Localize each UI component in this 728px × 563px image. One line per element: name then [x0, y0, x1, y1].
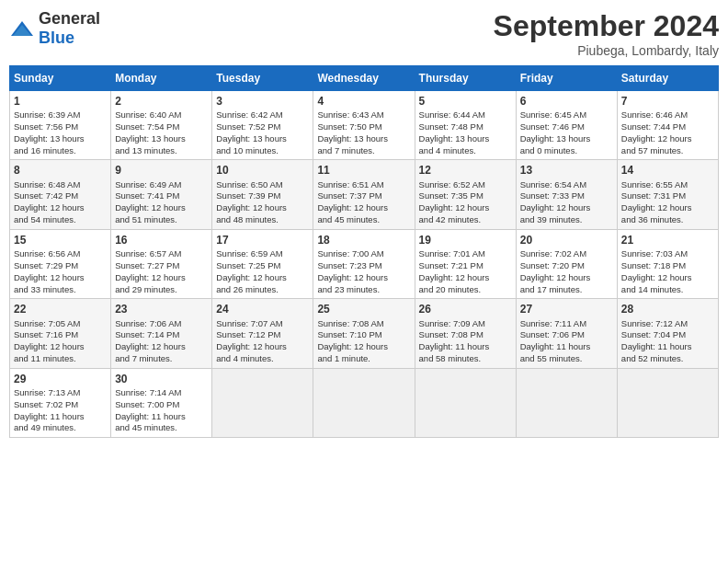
day-number: 8 — [14, 163, 107, 178]
col-header-friday: Friday — [516, 66, 617, 91]
calendar-cell — [617, 368, 718, 437]
day-number: 1 — [14, 94, 107, 109]
day-info: and 20 minutes. — [419, 284, 512, 296]
day-info: Daylight: 13 hours — [216, 133, 309, 145]
day-number: 5 — [419, 94, 512, 109]
day-number: 22 — [14, 302, 107, 316]
calendar-cell: 4Sunrise: 6:43 AMSunset: 7:50 PMDaylight… — [313, 91, 415, 160]
day-info: and 49 minutes. — [14, 422, 107, 434]
day-info: Sunset: 7:44 PM — [621, 121, 714, 133]
day-info: Sunset: 7:21 PM — [419, 260, 512, 272]
day-number: 17 — [216, 233, 309, 247]
calendar-cell: 1Sunrise: 6:39 AMSunset: 7:56 PMDaylight… — [10, 91, 111, 160]
day-info: Daylight: 12 hours — [520, 202, 613, 214]
day-info: Sunrise: 7:09 AM — [419, 318, 512, 330]
day-info: Sunset: 7:48 PM — [419, 121, 512, 133]
day-number: 26 — [419, 302, 512, 316]
day-info: Sunrise: 6:42 AM — [216, 109, 309, 121]
day-info: Sunset: 7:33 PM — [520, 190, 613, 202]
day-info: and 0 minutes. — [520, 145, 613, 157]
calendar-cell: 15Sunrise: 6:56 AMSunset: 7:29 PMDayligh… — [10, 229, 111, 298]
day-info: Sunset: 7:50 PM — [317, 121, 410, 133]
calendar-cell: 7Sunrise: 6:46 AMSunset: 7:44 PMDaylight… — [617, 91, 718, 160]
calendar-header-row: SundayMondayTuesdayWednesdayThursdayFrid… — [10, 66, 719, 91]
day-info: Sunset: 7:25 PM — [216, 260, 309, 272]
day-info: Sunset: 7:37 PM — [317, 190, 410, 202]
day-info: Daylight: 11 hours — [621, 341, 714, 353]
day-info: Sunrise: 7:03 AM — [621, 248, 714, 260]
day-info: and 4 minutes. — [216, 353, 309, 365]
day-info: Sunset: 7:04 PM — [621, 329, 714, 341]
day-info: Sunset: 7:00 PM — [115, 399, 208, 411]
day-info: Sunrise: 6:48 AM — [14, 179, 107, 191]
day-info: Sunrise: 6:57 AM — [115, 248, 208, 260]
calendar-cell: 28Sunrise: 7:12 AMSunset: 7:04 PMDayligh… — [617, 299, 718, 368]
day-info: Sunrise: 6:39 AM — [14, 109, 107, 121]
day-number: 27 — [520, 302, 613, 316]
day-info: Sunset: 7:29 PM — [14, 260, 107, 272]
day-info: Sunrise: 7:13 AM — [14, 387, 107, 399]
day-info: and 51 minutes. — [115, 214, 208, 226]
day-number: 14 — [621, 163, 714, 178]
calendar-table: SundayMondayTuesdayWednesdayThursdayFrid… — [9, 65, 719, 438]
calendar-cell: 20Sunrise: 7:02 AMSunset: 7:20 PMDayligh… — [516, 229, 617, 298]
day-number: 23 — [115, 302, 208, 316]
day-info: Daylight: 13 hours — [115, 133, 208, 145]
calendar-cell — [516, 368, 617, 437]
day-info: Sunset: 7:20 PM — [520, 260, 613, 272]
day-info: and 23 minutes. — [317, 284, 410, 296]
day-number: 3 — [216, 94, 309, 109]
day-info: Sunset: 7:42 PM — [14, 190, 107, 202]
calendar-cell: 2Sunrise: 6:40 AMSunset: 7:54 PMDaylight… — [111, 91, 212, 160]
day-info: Sunset: 7:16 PM — [14, 329, 107, 341]
day-info: Daylight: 12 hours — [14, 202, 107, 214]
header: General Blue September 2024 Piubega, Lom… — [9, 9, 719, 58]
day-info: Sunset: 7:35 PM — [419, 190, 512, 202]
day-info: Sunrise: 7:11 AM — [520, 318, 613, 330]
day-info: Daylight: 12 hours — [317, 272, 410, 284]
day-number: 7 — [621, 94, 714, 109]
calendar-cell: 22Sunrise: 7:05 AMSunset: 7:16 PMDayligh… — [10, 299, 111, 368]
day-info: Daylight: 12 hours — [115, 272, 208, 284]
day-info: Daylight: 11 hours — [419, 341, 512, 353]
day-info: Sunrise: 7:05 AM — [14, 318, 107, 330]
day-number: 30 — [115, 372, 208, 386]
day-number: 9 — [115, 163, 208, 178]
day-info: Daylight: 13 hours — [317, 133, 410, 145]
day-info: Daylight: 12 hours — [621, 202, 714, 214]
col-header-tuesday: Tuesday — [212, 66, 313, 91]
month-title: September 2024 — [494, 9, 719, 43]
logo: General Blue — [9, 9, 100, 48]
day-info: Daylight: 12 hours — [317, 202, 410, 214]
day-info: and 33 minutes. — [14, 284, 107, 296]
calendar-cell: 29Sunrise: 7:13 AMSunset: 7:02 PMDayligh… — [10, 368, 111, 437]
calendar-cell — [415, 368, 516, 437]
week-row-3: 15Sunrise: 6:56 AMSunset: 7:29 PMDayligh… — [10, 229, 719, 298]
calendar-cell — [313, 368, 415, 437]
day-info: Sunset: 7:02 PM — [14, 399, 107, 411]
day-info: Sunset: 7:41 PM — [115, 190, 208, 202]
day-number: 24 — [216, 302, 309, 316]
day-info: Sunset: 7:08 PM — [419, 329, 512, 341]
day-info: and 26 minutes. — [216, 284, 309, 296]
day-info: Daylight: 13 hours — [520, 133, 613, 145]
day-info: and 54 minutes. — [14, 214, 107, 226]
day-info: and 52 minutes. — [621, 353, 714, 365]
day-info: Daylight: 11 hours — [520, 341, 613, 353]
day-info: and 16 minutes. — [14, 145, 107, 157]
day-info: Sunset: 7:39 PM — [216, 190, 309, 202]
day-info: Sunrise: 6:51 AM — [317, 179, 410, 191]
calendar-cell: 8Sunrise: 6:48 AMSunset: 7:42 PMDaylight… — [10, 160, 111, 229]
day-info: Daylight: 12 hours — [115, 202, 208, 214]
day-info: Sunrise: 6:43 AM — [317, 109, 410, 121]
day-info: Daylight: 12 hours — [216, 202, 309, 214]
day-info: Sunrise: 7:08 AM — [317, 318, 410, 330]
day-info: Sunrise: 7:06 AM — [115, 318, 208, 330]
day-info: Daylight: 12 hours — [419, 272, 512, 284]
col-header-monday: Monday — [111, 66, 212, 91]
day-info: Sunrise: 6:46 AM — [621, 109, 714, 121]
day-info: Daylight: 12 hours — [115, 341, 208, 353]
day-info: Sunrise: 6:55 AM — [621, 179, 714, 191]
day-number: 15 — [14, 233, 107, 247]
col-header-wednesday: Wednesday — [313, 66, 415, 91]
